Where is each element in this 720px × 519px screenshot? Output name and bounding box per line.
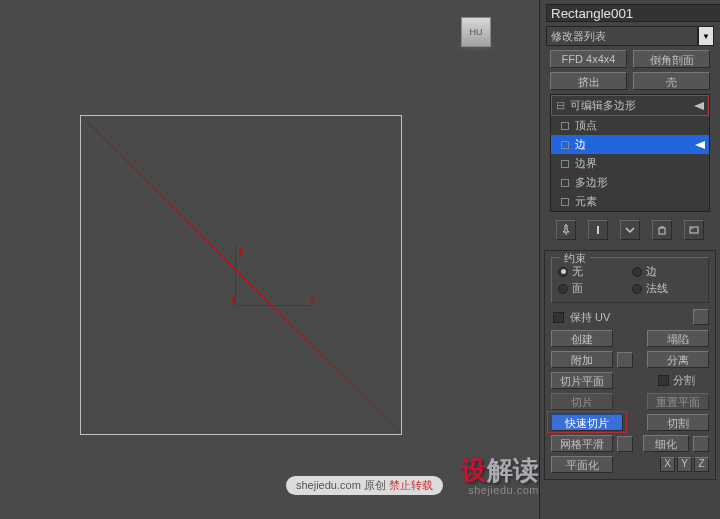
planarize-z-button[interactable]: Z — [694, 457, 709, 472]
watermark-logo: 设解读 — [461, 453, 539, 488]
stack-active-icon — [695, 141, 705, 149]
viewcube-face[interactable]: HU — [461, 17, 491, 47]
quickslice-button[interactable]: 快速切片 — [551, 414, 623, 431]
attach-settings-button[interactable] — [617, 352, 633, 368]
radio-icon — [632, 267, 642, 277]
remove-modifier-icon[interactable] — [652, 220, 672, 240]
planarize-button[interactable]: 平面化 — [551, 456, 613, 473]
modifier-list-dropdown[interactable]: 修改器列表 — [546, 26, 698, 46]
expand-icon: ⊟ — [556, 99, 565, 112]
stack-active-icon — [694, 102, 704, 110]
radio-icon — [558, 284, 568, 294]
svg-rect-1 — [597, 226, 599, 234]
detach-button[interactable]: 分离 — [647, 351, 709, 368]
axis-y-label: y — [239, 245, 244, 256]
stack-item-border[interactable]: 边界 — [551, 154, 709, 173]
split-label: 分割 — [673, 373, 695, 388]
polygon-icon — [561, 179, 569, 187]
preset-chamfer-button[interactable]: 倒角剖面 — [633, 50, 710, 68]
object-name-input[interactable] — [546, 4, 720, 22]
dropdown-arrow-icon[interactable]: ▼ — [698, 26, 714, 46]
tessellate-settings-button[interactable] — [693, 436, 709, 452]
svg-rect-2 — [659, 228, 665, 234]
slice-button[interactable]: 切片 — [551, 393, 613, 410]
planarize-x-button[interactable]: X — [660, 457, 675, 472]
stack-toolbar — [550, 216, 710, 244]
axis-x-label: x — [310, 295, 315, 306]
constraint-normal-radio[interactable]: 法线 — [632, 281, 702, 296]
split-checkbox[interactable] — [658, 375, 669, 386]
watermark-url: shejiedu.com — [461, 484, 539, 496]
rectangle-object[interactable]: y x z — [80, 115, 402, 435]
axis-z-label: z — [231, 295, 236, 305]
make-unique-icon[interactable] — [620, 220, 640, 240]
watermark: 设解读 shejiedu.com — [461, 453, 539, 496]
watermark-tag: shejiedu.com 原创 禁止转载 — [286, 476, 443, 495]
element-icon — [561, 198, 569, 206]
reset-plane-button[interactable]: 重置平面 — [647, 393, 709, 410]
collapse-button[interactable]: 塌陷 — [647, 330, 709, 347]
stack-header-editable-poly[interactable]: ⊟ 可编辑多边形 — [551, 95, 709, 116]
preserve-uv-label: 保持 UV — [570, 310, 610, 325]
create-button[interactable]: 创建 — [551, 330, 613, 347]
stack-item-vertex[interactable]: 顶点 — [551, 116, 709, 135]
viewport[interactable]: HU y x z 设解读 shejiedu.com shejiedu.com 原… — [0, 0, 539, 519]
constraint-fieldset: 约束 无 边 面 法线 — [551, 257, 709, 303]
constraint-legend: 约束 — [560, 251, 590, 266]
attach-button[interactable]: 附加 — [551, 351, 613, 368]
border-icon — [561, 160, 569, 168]
cut-button[interactable]: 切割 — [647, 414, 709, 431]
constraint-edge-radio[interactable]: 边 — [632, 264, 702, 279]
radio-icon — [632, 284, 642, 294]
vertex-icon — [561, 122, 569, 130]
preset-extrude-button[interactable]: 挤出 — [550, 72, 627, 90]
tessellate-button[interactable]: 细化 — [643, 435, 689, 452]
configure-sets-icon[interactable] — [684, 220, 704, 240]
preserve-uv-checkbox[interactable] — [553, 312, 564, 323]
preserve-uv-settings-button[interactable] — [693, 309, 709, 325]
radio-icon — [558, 267, 568, 277]
pin-stack-icon[interactable] — [556, 220, 576, 240]
preset-shell-button[interactable]: 壳 — [633, 72, 710, 90]
slice-plane-button[interactable]: 切片平面 — [551, 372, 613, 389]
stack-item-polygon[interactable]: 多边形 — [551, 173, 709, 192]
edit-edges-rollout: 约束 无 边 面 法线 保持 UV 创建 塌陷 附加 分离 — [544, 250, 716, 480]
stack-item-element[interactable]: 元素 — [551, 192, 709, 211]
planarize-y-button[interactable]: Y — [677, 457, 692, 472]
constraint-face-radio[interactable]: 面 — [558, 281, 628, 296]
constraint-none-radio[interactable]: 无 — [558, 264, 628, 279]
axis-x-line — [235, 305, 310, 306]
modify-panel: 修改器列表 ▼ FFD 4x4x4 倒角剖面 挤出 壳 ⊟ 可编辑多边形 顶点 … — [539, 0, 720, 519]
show-end-result-icon[interactable] — [588, 220, 608, 240]
edge-icon — [561, 141, 569, 149]
viewcube[interactable]: HU — [443, 8, 509, 56]
rectangle-border — [80, 115, 402, 435]
svg-rect-4 — [691, 228, 693, 229]
modifier-stack[interactable]: ⊟ 可编辑多边形 顶点 边 边界 多边形 元素 — [550, 94, 710, 212]
svg-rect-3 — [690, 227, 698, 233]
preset-ffd-button[interactable]: FFD 4x4x4 — [550, 50, 627, 68]
msmooth-button[interactable]: 网格平滑 — [551, 435, 613, 452]
msmooth-settings-button[interactable] — [617, 436, 633, 452]
stack-item-edge[interactable]: 边 — [551, 135, 709, 154]
